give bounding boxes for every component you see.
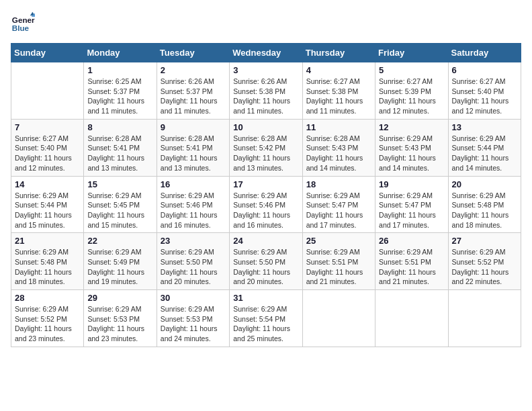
- day-number: 22: [87, 236, 152, 246]
- calendar-cell: [448, 290, 521, 347]
- logo: General Blue: [11, 11, 38, 35]
- calendar-cell: 31Sunrise: 6:29 AM Sunset: 5:54 PM Dayli…: [230, 290, 302, 347]
- calendar-cell: [11, 62, 84, 120]
- day-number: 27: [452, 236, 517, 246]
- day-number: 15: [87, 179, 152, 189]
- day-info: Sunrise: 6:29 AM Sunset: 5:46 PM Dayligh…: [161, 191, 226, 230]
- calendar-cell: 3Sunrise: 6:26 AM Sunset: 5:38 PM Daylig…: [230, 62, 302, 120]
- day-info: Sunrise: 6:29 AM Sunset: 5:53 PM Dayligh…: [161, 304, 226, 344]
- calendar-cell: 8Sunrise: 6:28 AM Sunset: 5:41 PM Daylig…: [84, 119, 157, 176]
- calendar-cell: [375, 290, 448, 347]
- day-info: Sunrise: 6:28 AM Sunset: 5:41 PM Dayligh…: [161, 134, 226, 173]
- header-cell-sunday: Sunday: [11, 44, 84, 62]
- calendar-cell: 13Sunrise: 6:29 AM Sunset: 5:44 PM Dayli…: [448, 119, 521, 176]
- day-number: 25: [306, 236, 371, 246]
- day-number: 10: [233, 122, 298, 132]
- calendar-cell: 26Sunrise: 6:29 AM Sunset: 5:51 PM Dayli…: [375, 233, 448, 290]
- day-info: Sunrise: 6:29 AM Sunset: 5:43 PM Dayligh…: [379, 134, 444, 173]
- day-number: 30: [161, 293, 226, 303]
- calendar-cell: 4Sunrise: 6:27 AM Sunset: 5:38 PM Daylig…: [302, 62, 375, 120]
- day-info: Sunrise: 6:29 AM Sunset: 5:47 PM Dayligh…: [379, 191, 444, 230]
- day-number: 26: [379, 236, 444, 246]
- calendar-cell: 6Sunrise: 6:27 AM Sunset: 5:40 PM Daylig…: [448, 62, 521, 120]
- day-info: Sunrise: 6:29 AM Sunset: 5:48 PM Dayligh…: [15, 247, 80, 287]
- calendar-cell: 29Sunrise: 6:29 AM Sunset: 5:53 PM Dayli…: [84, 290, 157, 347]
- day-number: 21: [15, 236, 80, 246]
- day-info: Sunrise: 6:25 AM Sunset: 5:37 PM Dayligh…: [87, 77, 152, 116]
- day-info: Sunrise: 6:29 AM Sunset: 5:51 PM Dayligh…: [306, 247, 371, 287]
- day-info: Sunrise: 6:28 AM Sunset: 5:41 PM Dayligh…: [87, 134, 152, 173]
- calendar-cell: [302, 290, 375, 347]
- calendar-cell: 14Sunrise: 6:29 AM Sunset: 5:44 PM Dayli…: [11, 176, 84, 233]
- day-number: 1: [87, 65, 152, 75]
- calendar-cell: 25Sunrise: 6:29 AM Sunset: 5:51 PM Dayli…: [302, 233, 375, 290]
- calendar-cell: 20Sunrise: 6:29 AM Sunset: 5:48 PM Dayli…: [448, 176, 521, 233]
- calendar-cell: 12Sunrise: 6:29 AM Sunset: 5:43 PM Dayli…: [375, 119, 448, 176]
- calendar-cell: 2Sunrise: 6:26 AM Sunset: 5:37 PM Daylig…: [157, 62, 229, 120]
- calendar-week-row: 7Sunrise: 6:27 AM Sunset: 5:40 PM Daylig…: [11, 119, 521, 176]
- header-cell-wednesday: Wednesday: [230, 44, 302, 62]
- day-number: 3: [233, 65, 298, 75]
- header-cell-thursday: Thursday: [302, 44, 375, 62]
- calendar-cell: 27Sunrise: 6:29 AM Sunset: 5:52 PM Dayli…: [448, 233, 521, 290]
- day-info: Sunrise: 6:29 AM Sunset: 5:50 PM Dayligh…: [233, 247, 298, 287]
- day-info: Sunrise: 6:29 AM Sunset: 5:51 PM Dayligh…: [379, 247, 444, 287]
- day-info: Sunrise: 6:26 AM Sunset: 5:37 PM Dayligh…: [161, 77, 226, 116]
- calendar-cell: 16Sunrise: 6:29 AM Sunset: 5:46 PM Dayli…: [157, 176, 229, 233]
- day-number: 24: [233, 236, 298, 246]
- calendar-cell: 30Sunrise: 6:29 AM Sunset: 5:53 PM Dayli…: [157, 290, 229, 347]
- calendar-body: 1Sunrise: 6:25 AM Sunset: 5:37 PM Daylig…: [11, 62, 521, 347]
- svg-text:Blue: Blue: [12, 24, 30, 32]
- header-cell-monday: Monday: [84, 44, 157, 62]
- calendar-cell: 9Sunrise: 6:28 AM Sunset: 5:41 PM Daylig…: [157, 119, 229, 176]
- day-number: 2: [161, 65, 226, 75]
- day-info: Sunrise: 6:29 AM Sunset: 5:52 PM Dayligh…: [15, 304, 80, 344]
- day-number: 11: [306, 122, 371, 132]
- calendar-cell: 11Sunrise: 6:28 AM Sunset: 5:43 PM Dayli…: [302, 119, 375, 176]
- header-cell-tuesday: Tuesday: [157, 44, 229, 62]
- logo-icon: General Blue: [11, 11, 35, 35]
- calendar-cell: 10Sunrise: 6:28 AM Sunset: 5:42 PM Dayli…: [230, 119, 302, 176]
- calendar-cell: 28Sunrise: 6:29 AM Sunset: 5:52 PM Dayli…: [11, 290, 84, 347]
- day-number: 14: [15, 179, 80, 189]
- day-info: Sunrise: 6:27 AM Sunset: 5:39 PM Dayligh…: [379, 77, 444, 116]
- day-number: 19: [379, 179, 444, 189]
- calendar-week-row: 28Sunrise: 6:29 AM Sunset: 5:52 PM Dayli…: [11, 290, 521, 347]
- day-info: Sunrise: 6:29 AM Sunset: 5:48 PM Dayligh…: [452, 191, 517, 230]
- calendar-cell: 24Sunrise: 6:29 AM Sunset: 5:50 PM Dayli…: [230, 233, 302, 290]
- day-info: Sunrise: 6:29 AM Sunset: 5:54 PM Dayligh…: [233, 304, 298, 344]
- day-info: Sunrise: 6:29 AM Sunset: 5:44 PM Dayligh…: [15, 191, 80, 230]
- day-number: 12: [379, 122, 444, 132]
- day-number: 6: [452, 65, 517, 75]
- calendar-cell: 23Sunrise: 6:29 AM Sunset: 5:50 PM Dayli…: [157, 233, 229, 290]
- day-info: Sunrise: 6:27 AM Sunset: 5:40 PM Dayligh…: [15, 134, 80, 173]
- calendar-cell: 15Sunrise: 6:29 AM Sunset: 5:45 PM Dayli…: [84, 176, 157, 233]
- day-info: Sunrise: 6:27 AM Sunset: 5:38 PM Dayligh…: [306, 77, 371, 116]
- day-info: Sunrise: 6:29 AM Sunset: 5:49 PM Dayligh…: [87, 247, 152, 287]
- day-info: Sunrise: 6:29 AM Sunset: 5:52 PM Dayligh…: [452, 247, 517, 287]
- calendar-cell: 22Sunrise: 6:29 AM Sunset: 5:49 PM Dayli…: [84, 233, 157, 290]
- day-info: Sunrise: 6:29 AM Sunset: 5:44 PM Dayligh…: [452, 134, 517, 173]
- calendar-week-row: 14Sunrise: 6:29 AM Sunset: 5:44 PM Dayli…: [11, 176, 521, 233]
- calendar-header-row: SundayMondayTuesdayWednesdayThursdayFrid…: [11, 44, 521, 62]
- day-info: Sunrise: 6:29 AM Sunset: 5:46 PM Dayligh…: [233, 191, 298, 230]
- page-header: General Blue: [11, 11, 521, 35]
- day-info: Sunrise: 6:27 AM Sunset: 5:40 PM Dayligh…: [452, 77, 517, 116]
- day-info: Sunrise: 6:28 AM Sunset: 5:43 PM Dayligh…: [306, 134, 371, 173]
- calendar-cell: 17Sunrise: 6:29 AM Sunset: 5:46 PM Dayli…: [230, 176, 302, 233]
- calendar-cell: 5Sunrise: 6:27 AM Sunset: 5:39 PM Daylig…: [375, 62, 448, 120]
- day-number: 28: [15, 293, 80, 303]
- calendar-cell: 1Sunrise: 6:25 AM Sunset: 5:37 PM Daylig…: [84, 62, 157, 120]
- calendar-week-row: 21Sunrise: 6:29 AM Sunset: 5:48 PM Dayli…: [11, 233, 521, 290]
- day-number: 23: [161, 236, 226, 246]
- day-number: 29: [87, 293, 152, 303]
- day-info: Sunrise: 6:29 AM Sunset: 5:47 PM Dayligh…: [306, 191, 371, 230]
- day-number: 31: [233, 293, 298, 303]
- day-number: 7: [15, 122, 80, 132]
- day-info: Sunrise: 6:29 AM Sunset: 5:53 PM Dayligh…: [87, 304, 152, 344]
- day-info: Sunrise: 6:28 AM Sunset: 5:42 PM Dayligh…: [233, 134, 298, 173]
- day-number: 16: [161, 179, 226, 189]
- calendar-cell: 7Sunrise: 6:27 AM Sunset: 5:40 PM Daylig…: [11, 119, 84, 176]
- header-cell-saturday: Saturday: [448, 44, 521, 62]
- day-number: 5: [379, 65, 444, 75]
